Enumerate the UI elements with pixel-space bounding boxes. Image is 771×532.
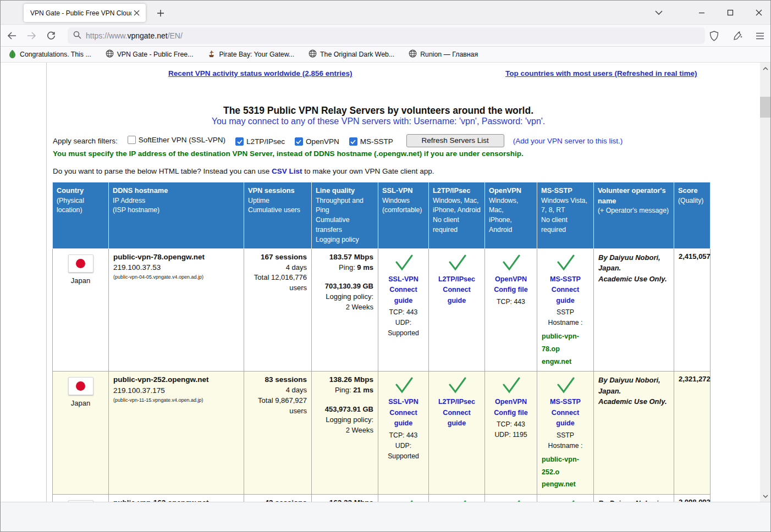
csv-list-link[interactable]: CSV List — [272, 167, 302, 175]
page-left-border — [46, 63, 47, 502]
top-countries-link[interactable]: Top countries with most users (Refreshed… — [505, 69, 697, 77]
protocol-link[interactable]: Config file — [489, 408, 532, 419]
openvpn-cell: OpenVPNConfig fileTCP: 443 — [485, 248, 537, 372]
checkmark-icon — [499, 377, 522, 395]
column-header: Line qualityThroughput and PingCumulativ… — [312, 182, 378, 249]
country-cell: Japan — [53, 248, 109, 372]
bookmark-item[interactable]: VPN Gate - Public Free... — [106, 49, 194, 59]
tab-list-chevron-icon[interactable] — [652, 5, 666, 20]
checkbox-checked-icon[interactable] — [349, 137, 357, 146]
column-header: OpenVPNWindows, Mac,iPhone, Android — [485, 182, 537, 249]
csv-hint-line: Do you want to parse the below HTML tabl… — [53, 167, 434, 175]
checkmark-icon — [554, 254, 577, 272]
ship-icon — [207, 49, 216, 60]
column-header: Volunteer operator's name(+ Operator's m… — [594, 182, 674, 249]
checkmark-icon — [392, 377, 415, 395]
bookmark-item[interactable]: Pirate Bay: Your Gatew... — [207, 49, 294, 60]
protocol-label: L2TP/IPsec — [433, 274, 480, 285]
bottom-strip — [1, 502, 770, 532]
column-header: VPN sessionsUptimeCumulative users — [244, 182, 312, 249]
protocol-label: SSL-VPN — [383, 274, 424, 285]
protocol-link[interactable]: Config file — [489, 285, 532, 296]
country-cell: Japan — [53, 494, 109, 502]
line-quality-cell: 183.57 Mbps Ping: 9 ms 703,130.39 GB Log… — [312, 248, 378, 372]
forward-button[interactable] — [23, 27, 40, 44]
checkmark-icon — [445, 377, 469, 395]
shield-icon[interactable] — [707, 29, 721, 43]
column-header: Score(Quality) — [674, 182, 711, 249]
protocol-details: SSTP Hostname : — [542, 430, 589, 451]
url-bar[interactable]: https://www.vpngate.net/EN/ — [68, 27, 705, 44]
operator-cell: By Daiyuu Nobori, Japan. Academic Use On… — [594, 494, 674, 502]
protocol-link[interactable]: Connect guide — [383, 408, 424, 429]
page-content: Recent VPN activity status worldwide (2,… — [1, 63, 761, 502]
protocol-link[interactable]: Connect guide — [433, 285, 480, 306]
country-cell: Japan — [53, 372, 109, 495]
maximize-button[interactable] — [723, 5, 737, 20]
score-cell: 2,098,093 — [674, 494, 711, 502]
checkbox-checked-icon[interactable] — [295, 137, 303, 146]
protocol-label: SSL-VPN — [383, 397, 424, 408]
table-header: Country(Physical location)DDNS hostnameI… — [53, 182, 711, 249]
bookmark-item[interactable]: Runion — Главная — [409, 49, 478, 59]
table-row: Japan public-vpn-252.opengw.net 219.100.… — [53, 372, 711, 495]
new-tab-button[interactable] — [155, 7, 167, 19]
column-header: MS-SSTPWindows Vista,7, 8, RTNo client r… — [537, 182, 594, 249]
back-button[interactable] — [3, 27, 20, 44]
protocol-link[interactable]: Connect guide — [433, 408, 480, 429]
table-row: Japan public-vpn-162.opengw.net 219.100.… — [53, 494, 711, 502]
protocol-label: MS-SSTP — [542, 274, 589, 285]
minimize-button[interactable] — [695, 5, 709, 20]
tab-close-icon[interactable] — [131, 8, 141, 18]
scrollbar-thumb[interactable] — [760, 97, 770, 118]
protocol-details: TCP: 443UDP: Supported — [383, 430, 424, 462]
vertical-scrollbar[interactable] — [760, 63, 770, 502]
censorship-warning-text: You must specify the IP address of the d… — [53, 149, 524, 158]
checkmark-icon — [554, 377, 577, 395]
menu-hamburger-icon[interactable] — [753, 29, 767, 43]
refresh-servers-button[interactable]: Refresh Servers List — [406, 134, 504, 147]
server-table-body: Japan public-vpn-78.opengw.net 219.100.3… — [53, 248, 711, 502]
search-icon — [73, 31, 81, 41]
protocol-link[interactable]: Connect guide — [383, 285, 424, 306]
bookmark-item[interactable]: Congratulations. This ... — [8, 49, 91, 60]
ms-sstp-cell: MS-SSTPConnect guideSSTP Hostname :publi… — [537, 372, 594, 495]
scroll-down-icon[interactable] — [760, 491, 770, 501]
checkbox-unchecked-icon[interactable] — [128, 136, 136, 144]
japan-flag-icon — [68, 254, 93, 273]
close-window-button[interactable] — [752, 5, 766, 20]
reload-button[interactable] — [42, 27, 60, 44]
ddns-cell: public-vpn-252.opengw.net 219.100.37.175… — [109, 372, 244, 495]
checkbox-checked-icon[interactable] — [235, 137, 244, 146]
recent-activity-link[interactable]: Recent VPN activity status worldwide (2,… — [168, 69, 353, 77]
filter-checkbox[interactable]: MS-SSTP — [349, 137, 393, 146]
add-server-link[interactable]: (Add your VPN server to this list.) — [513, 137, 623, 145]
score-cell: 2,415,057 — [674, 248, 711, 372]
vpn-servers-table: Country(Physical location)DDNS hostnameI… — [52, 182, 711, 502]
filter-checkbox[interactable]: L2TP/IPsec — [235, 137, 285, 146]
scroll-up-icon[interactable] — [760, 64, 770, 73]
ddns-cell: public-vpn-162.opengw.net 219.100.37.125… — [109, 494, 244, 502]
browser-window: VPN Gate - Public Free VPN Cloud b — [0, 0, 771, 532]
protocol-link[interactable]: Connect guide — [542, 285, 589, 306]
operator-cell: By Daiyuu Nobori, Japan. Academic Use On… — [594, 248, 674, 372]
l2tp-ipsec-cell: L2TP/IPsecConnect guide — [429, 494, 485, 502]
ms-sstp-cell: MS-SSTPConnect guideSSTP Hostname :publi… — [537, 494, 594, 502]
l2tp-ipsec-cell: L2TP/IPsecConnect guide — [429, 248, 485, 372]
protocol-details: TCP: 443 — [489, 297, 532, 307]
ddns-cell: public-vpn-78.opengw.net 219.100.37.53 (… — [109, 248, 244, 372]
filters-label: Apply search filters: — [53, 137, 118, 145]
cleaner-broom-icon[interactable] — [730, 29, 744, 43]
filter-checkbox[interactable]: OpenVPN — [295, 137, 339, 146]
protocol-label: OpenVPN — [489, 274, 532, 285]
tab-title: VPN Gate - Public Free VPN Cloud b — [30, 9, 131, 17]
sstp-hostname: public-vpn-78.opengw.net — [542, 330, 589, 368]
protocol-link[interactable]: Connect guide — [542, 408, 589, 429]
column-header: SSL-VPNWindows(comfortable) — [378, 182, 429, 249]
ssl-vpn-cell: SSL-VPNConnect guideTCP: 443UDP: Support… — [378, 494, 429, 502]
filter-checkbox[interactable]: SoftEther VPN (SSL-VPN) — [128, 136, 225, 144]
bookmark-item[interactable]: The Original Dark Web... — [309, 49, 394, 59]
browser-tab[interactable]: VPN Gate - Public Free VPN Cloud b — [24, 4, 146, 22]
ssl-vpn-cell: SSL-VPNConnect guideTCP: 443UDP: Support… — [378, 248, 429, 372]
sessions-cell: 83 sessions 4 days Total 9,867,927 users — [244, 372, 312, 495]
